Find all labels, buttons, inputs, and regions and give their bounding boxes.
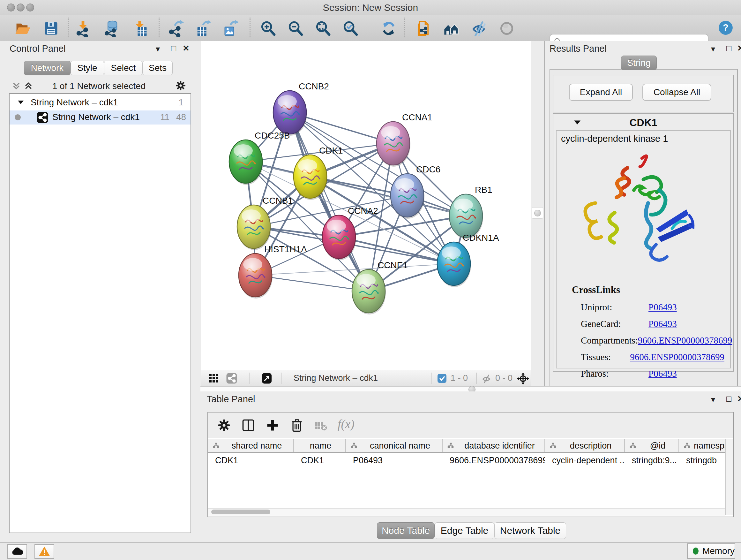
network-node-cdc25b[interactable]	[229, 140, 263, 185]
show-columns-icon[interactable]	[241, 418, 255, 432]
network-options-gear-icon[interactable]	[175, 80, 186, 91]
table-column-header[interactable]: canonical name	[346, 439, 443, 452]
network-edge[interactable]	[339, 216, 466, 237]
table-column-header[interactable]: database identifier	[443, 439, 545, 452]
network-node-cdkn1a[interactable]	[437, 242, 471, 287]
grid-view-icon[interactable]	[209, 373, 219, 383]
results-panel-collapse-icon[interactable]: ▾	[711, 45, 715, 53]
table-row[interactable]: CDK1CDK1P064939606.ENSP00000378699cyclin…	[208, 453, 725, 468]
table-column-header[interactable]: shared name	[208, 439, 294, 452]
import-network-icon[interactable]	[74, 19, 92, 37]
network-collection-row[interactable]: String Network – cdk1 1	[10, 96, 191, 110]
table-column-header[interactable]: namespace	[679, 439, 730, 452]
zoom-fit-icon[interactable]	[314, 19, 332, 37]
export-image-icon[interactable]	[221, 19, 239, 37]
table-panel-close-icon[interactable]: ✕	[737, 395, 741, 403]
collapse-all-button[interactable]: Collapse All	[643, 84, 711, 101]
network-node-ccne1[interactable]	[352, 269, 386, 314]
export-network-icon[interactable]	[167, 19, 185, 37]
table-panel-collapse-icon[interactable]: ▾	[711, 395, 715, 403]
scrollbar-thumb[interactable]	[211, 509, 270, 514]
tab-select[interactable]: Select	[104, 61, 143, 75]
zoom-selected-icon[interactable]	[341, 19, 359, 37]
refresh-icon[interactable]	[380, 19, 398, 37]
import-network-from-file-icon[interactable]	[414, 19, 432, 37]
network-node-ccnb2[interactable]	[273, 91, 307, 136]
table-cell[interactable]: stringdb	[679, 453, 730, 468]
network-row-selected[interactable]: String Network – cdk1 11 48	[10, 111, 191, 125]
network-canvas[interactable]: CCNB2CCNA1CDC25BCDK1CDC6RB1CCNB1CCNA2CDK…	[201, 41, 531, 370]
network-edge[interactable]	[290, 112, 368, 291]
save-session-icon[interactable]	[42, 19, 60, 37]
expand-all-button[interactable]: Expand All	[569, 84, 633, 101]
network-node-ccna1[interactable]	[377, 122, 410, 167]
function-builder-icon[interactable]: f(x)	[338, 417, 354, 431]
table-cell[interactable]: cyclin-dependent ...	[545, 453, 625, 468]
cloud-status-button[interactable]	[7, 544, 27, 559]
hidden-eye-icon[interactable]	[481, 374, 491, 384]
table-cell[interactable]: stringdb:9...	[625, 453, 679, 468]
table-cell[interactable]: CDK1	[294, 453, 346, 468]
network-edge[interactable]	[339, 237, 454, 264]
expand-all-networks-icon[interactable]	[11, 81, 21, 91]
window-title: Session: New Session	[0, 2, 741, 13]
control-panel-float-icon[interactable]: □	[171, 44, 176, 52]
show-graphics-details-icon[interactable]	[498, 19, 516, 37]
crosslink-link[interactable]: P06493	[649, 319, 677, 329]
crosslink-link[interactable]: P06493	[649, 368, 677, 379]
collection-expand-icon[interactable]	[17, 100, 24, 105]
crosslink-link[interactable]: 9606.ENSP00000378699	[638, 335, 732, 346]
birds-eye-view-icon[interactable]	[517, 373, 529, 385]
vertical-splitter[interactable]	[531, 41, 545, 387]
add-column-icon[interactable]	[266, 418, 280, 432]
crosslink-link[interactable]: P06493	[649, 302, 677, 313]
control-panel-collapse-icon[interactable]: ▾	[156, 45, 160, 53]
tab-string[interactable]: String	[621, 56, 657, 70]
warning-status-button[interactable]	[35, 544, 54, 559]
table-column-header[interactable]: description	[545, 439, 625, 452]
delete-table-icon[interactable]	[315, 420, 327, 432]
table-cell[interactable]: P06493	[346, 453, 443, 468]
import-database-icon[interactable]	[103, 19, 121, 37]
table-cell[interactable]: 9606.ENSP00000378699	[443, 453, 545, 468]
collapse-all-networks-icon[interactable]	[23, 81, 33, 91]
help-icon[interactable]: ?	[717, 19, 735, 37]
cloud-icon	[11, 547, 23, 556]
tab-network[interactable]: Network	[24, 61, 71, 75]
tab-node-table[interactable]: Node Table	[377, 522, 434, 539]
network-node-ccnb1[interactable]	[237, 205, 271, 250]
delete-column-icon[interactable]	[290, 418, 304, 432]
results-panel-close-icon[interactable]: ✕	[737, 44, 741, 52]
memory-button[interactable]: Memory	[687, 543, 735, 559]
tab-sets[interactable]: Sets	[143, 61, 173, 75]
table-column-header[interactable]: name	[294, 439, 346, 452]
table-horizontal-scrollbar[interactable]	[208, 508, 725, 516]
network-node-rb1[interactable]	[449, 194, 483, 239]
crosslink-link[interactable]: 9606.ENSP00000378699	[630, 352, 724, 362]
table-cell[interactable]: CDK1	[208, 453, 294, 468]
network-node-cdc6[interactable]	[391, 174, 424, 219]
tab-style[interactable]: Style	[71, 61, 104, 75]
zoom-in-icon[interactable]	[259, 19, 277, 37]
table-vertical-scrollbar[interactable]	[725, 439, 733, 515]
tab-network-table[interactable]: Network Table	[494, 522, 566, 539]
export-table-icon[interactable]	[194, 19, 212, 37]
network-node-cdk1[interactable]	[293, 155, 327, 200]
string-view-icon[interactable]	[226, 373, 238, 384]
network-node-ccna2[interactable]	[322, 215, 356, 260]
network-node-hist1h1a[interactable]	[239, 253, 273, 299]
control-panel-close-icon[interactable]: ✕	[183, 44, 190, 52]
tab-edge-table[interactable]: Edge Table	[434, 522, 494, 539]
open-view-in-window-icon[interactable]	[261, 373, 273, 384]
open-session-icon[interactable]	[13, 19, 31, 37]
selected-nodes-checkbox-icon[interactable]	[437, 374, 447, 383]
table-column-header[interactable]: @id	[625, 439, 679, 452]
splitter-handle[interactable]	[532, 207, 543, 219]
table-options-gear-icon[interactable]	[217, 418, 231, 432]
home-layout-icon[interactable]	[442, 19, 460, 37]
table-panel-float-icon[interactable]: □	[726, 395, 731, 403]
zoom-out-icon[interactable]	[286, 19, 305, 37]
hide-graphics-details-icon[interactable]	[470, 19, 488, 37]
results-panel-float-icon[interactable]: □	[726, 44, 731, 52]
import-table-icon[interactable]	[131, 19, 149, 37]
